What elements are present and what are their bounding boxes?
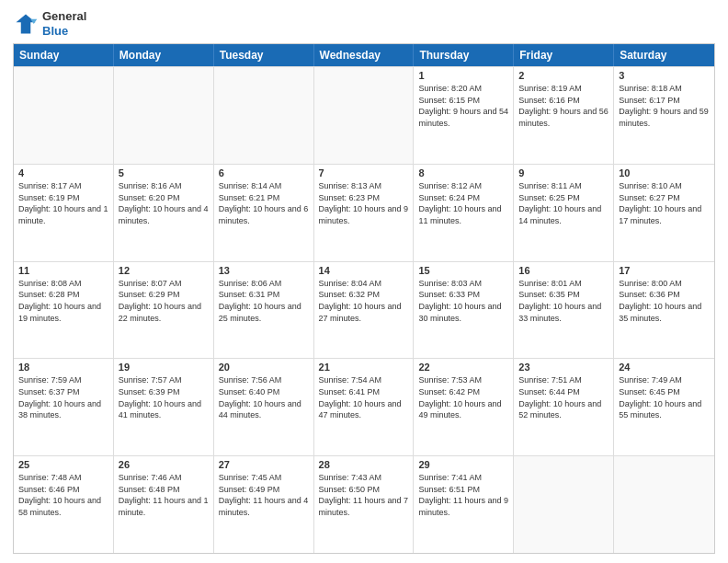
sun-info: Sunrise: 7:57 AMSunset: 6:39 PMDaylight:…	[119, 375, 201, 419]
svg-marker-0	[17, 14, 36, 33]
calendar-cell: 23 Sunrise: 7:51 AMSunset: 6:44 PMDaylig…	[514, 359, 614, 455]
day-number: 19	[119, 362, 209, 373]
day-number: 6	[219, 167, 309, 178]
calendar-cell: 2 Sunrise: 8:19 AMSunset: 6:16 PMDayligh…	[514, 67, 614, 164]
calendar-cell: 9 Sunrise: 8:11 AMSunset: 6:25 PMDayligh…	[514, 165, 614, 261]
day-number: 21	[319, 362, 409, 373]
sun-info: Sunrise: 7:46 AMSunset: 6:48 PMDaylight:…	[119, 473, 209, 517]
calendar-cell	[514, 456, 614, 553]
sun-info: Sunrise: 8:14 AMSunset: 6:21 PMDaylight:…	[219, 181, 309, 225]
sun-info: Sunrise: 8:01 AMSunset: 6:35 PMDaylight:…	[518, 279, 601, 323]
day-number: 10	[619, 167, 710, 178]
sun-info: Sunrise: 7:49 AMSunset: 6:45 PMDaylight:…	[619, 375, 701, 419]
calendar-cell: 22 Sunrise: 7:53 AMSunset: 6:42 PMDaylig…	[414, 359, 514, 455]
day-number: 18	[18, 362, 108, 373]
sun-info: Sunrise: 8:16 AMSunset: 6:20 PMDaylight:…	[119, 181, 209, 225]
day-number: 23	[518, 362, 609, 373]
calendar-cell: 10 Sunrise: 8:10 AMSunset: 6:27 PMDaylig…	[614, 165, 714, 261]
sun-info: Sunrise: 8:18 AMSunset: 6:17 PMDaylight:…	[619, 84, 709, 128]
calendar-cell: 16 Sunrise: 8:01 AMSunset: 6:35 PMDaylig…	[514, 262, 614, 359]
calendar-cell: 26 Sunrise: 7:46 AMSunset: 6:48 PMDaylig…	[114, 456, 214, 553]
calendar-cell	[14, 67, 114, 164]
day-number: 20	[219, 362, 309, 373]
sun-info: Sunrise: 8:08 AMSunset: 6:28 PMDaylight:…	[18, 279, 101, 323]
calendar-cell: 12 Sunrise: 8:07 AMSunset: 6:29 PMDaylig…	[114, 262, 214, 359]
weekday-header: Monday	[114, 44, 214, 66]
sun-info: Sunrise: 7:59 AMSunset: 6:37 PMDaylight:…	[18, 375, 101, 419]
day-number: 17	[619, 265, 710, 276]
weekday-header: Tuesday	[214, 44, 314, 66]
calendar-cell: 19 Sunrise: 7:57 AMSunset: 6:39 PMDaylig…	[114, 359, 214, 455]
sun-info: Sunrise: 8:13 AMSunset: 6:23 PMDaylight:…	[319, 181, 409, 225]
calendar: SundayMondayTuesdayWednesdayThursdayFrid…	[13, 43, 715, 554]
calendar-cell: 13 Sunrise: 8:06 AMSunset: 6:31 PMDaylig…	[214, 262, 314, 359]
calendar-cell: 8 Sunrise: 8:12 AMSunset: 6:24 PMDayligh…	[414, 165, 514, 261]
sun-info: Sunrise: 7:41 AMSunset: 6:51 PMDaylight:…	[418, 473, 508, 517]
day-number: 29	[418, 459, 508, 470]
calendar-row: 4 Sunrise: 8:17 AMSunset: 6:19 PMDayligh…	[14, 164, 714, 261]
day-number: 2	[518, 70, 609, 81]
day-number: 25	[18, 459, 108, 470]
day-number: 13	[219, 265, 309, 276]
sun-info: Sunrise: 7:48 AMSunset: 6:46 PMDaylight:…	[18, 473, 101, 517]
weekday-header: Sunday	[14, 44, 114, 66]
day-number: 9	[518, 167, 609, 178]
day-number: 8	[418, 167, 508, 178]
sun-info: Sunrise: 8:17 AMSunset: 6:19 PMDaylight:…	[18, 181, 108, 225]
calendar-cell	[214, 67, 314, 164]
calendar-cell: 3 Sunrise: 8:18 AMSunset: 6:17 PMDayligh…	[614, 67, 714, 164]
calendar-cell: 25 Sunrise: 7:48 AMSunset: 6:46 PMDaylig…	[14, 456, 114, 553]
day-number: 27	[219, 459, 309, 470]
calendar-cell: 24 Sunrise: 7:49 AMSunset: 6:45 PMDaylig…	[614, 359, 714, 455]
calendar-row: 18 Sunrise: 7:59 AMSunset: 6:37 PMDaylig…	[14, 358, 714, 455]
logo-text: General Blue	[42, 9, 86, 38]
calendar-row: 1 Sunrise: 8:20 AMSunset: 6:15 PMDayligh…	[14, 66, 714, 164]
day-number: 22	[418, 362, 508, 373]
sun-info: Sunrise: 7:53 AMSunset: 6:42 PMDaylight:…	[418, 375, 501, 419]
sun-info: Sunrise: 8:03 AMSunset: 6:33 PMDaylight:…	[418, 279, 501, 323]
day-number: 11	[18, 265, 108, 276]
sun-info: Sunrise: 7:54 AMSunset: 6:41 PMDaylight:…	[319, 375, 402, 419]
calendar-cell: 5 Sunrise: 8:16 AMSunset: 6:20 PMDayligh…	[114, 165, 214, 261]
calendar-header: SundayMondayTuesdayWednesdayThursdayFrid…	[14, 44, 714, 66]
sun-info: Sunrise: 7:56 AMSunset: 6:40 PMDaylight:…	[219, 375, 301, 419]
calendar-cell: 4 Sunrise: 8:17 AMSunset: 6:19 PMDayligh…	[14, 165, 114, 261]
day-number: 1	[418, 70, 508, 81]
calendar-cell	[614, 456, 714, 553]
sun-info: Sunrise: 8:11 AMSunset: 6:25 PMDaylight:…	[518, 181, 601, 225]
day-number: 7	[319, 167, 409, 178]
weekday-header: Thursday	[414, 44, 514, 66]
sun-info: Sunrise: 8:04 AMSunset: 6:32 PMDaylight:…	[319, 279, 402, 323]
sun-info: Sunrise: 7:51 AMSunset: 6:44 PMDaylight:…	[518, 375, 601, 419]
sun-info: Sunrise: 7:43 AMSunset: 6:50 PMDaylight:…	[319, 473, 409, 517]
day-number: 24	[619, 362, 710, 373]
logo: General Blue	[13, 9, 86, 38]
sun-info: Sunrise: 8:06 AMSunset: 6:31 PMDaylight:…	[219, 279, 301, 323]
sun-info: Sunrise: 7:45 AMSunset: 6:49 PMDaylight:…	[219, 473, 309, 517]
sun-info: Sunrise: 8:10 AMSunset: 6:27 PMDaylight:…	[619, 181, 701, 225]
calendar-cell: 1 Sunrise: 8:20 AMSunset: 6:15 PMDayligh…	[414, 67, 514, 164]
weekday-header: Saturday	[614, 44, 714, 66]
calendar-cell	[314, 67, 415, 164]
calendar-cell: 14 Sunrise: 8:04 AMSunset: 6:32 PMDaylig…	[314, 262, 415, 359]
calendar-cell: 7 Sunrise: 8:13 AMSunset: 6:23 PMDayligh…	[314, 165, 415, 261]
calendar-cell: 11 Sunrise: 8:08 AMSunset: 6:28 PMDaylig…	[14, 262, 114, 359]
day-number: 5	[119, 167, 209, 178]
weekday-header: Wednesday	[314, 44, 415, 66]
sun-info: Sunrise: 8:12 AMSunset: 6:24 PMDaylight:…	[418, 181, 501, 225]
sun-info: Sunrise: 8:20 AMSunset: 6:15 PMDaylight:…	[418, 84, 508, 128]
calendar-cell: 18 Sunrise: 7:59 AMSunset: 6:37 PMDaylig…	[14, 359, 114, 455]
calendar-cell: 15 Sunrise: 8:03 AMSunset: 6:33 PMDaylig…	[414, 262, 514, 359]
calendar-cell: 17 Sunrise: 8:00 AMSunset: 6:36 PMDaylig…	[614, 262, 714, 359]
sun-info: Sunrise: 8:07 AMSunset: 6:29 PMDaylight:…	[119, 279, 201, 323]
day-number: 14	[319, 265, 409, 276]
calendar-row: 25 Sunrise: 7:48 AMSunset: 6:46 PMDaylig…	[14, 455, 714, 553]
calendar-cell: 21 Sunrise: 7:54 AMSunset: 6:41 PMDaylig…	[314, 359, 415, 455]
calendar-body: 1 Sunrise: 8:20 AMSunset: 6:15 PMDayligh…	[14, 66, 714, 553]
calendar-cell: 20 Sunrise: 7:56 AMSunset: 6:40 PMDaylig…	[214, 359, 314, 455]
calendar-cell: 27 Sunrise: 7:45 AMSunset: 6:49 PMDaylig…	[214, 456, 314, 553]
day-number: 12	[119, 265, 209, 276]
calendar-cell	[114, 67, 214, 164]
calendar-cell: 29 Sunrise: 7:41 AMSunset: 6:51 PMDaylig…	[414, 456, 514, 553]
day-number: 28	[319, 459, 409, 470]
